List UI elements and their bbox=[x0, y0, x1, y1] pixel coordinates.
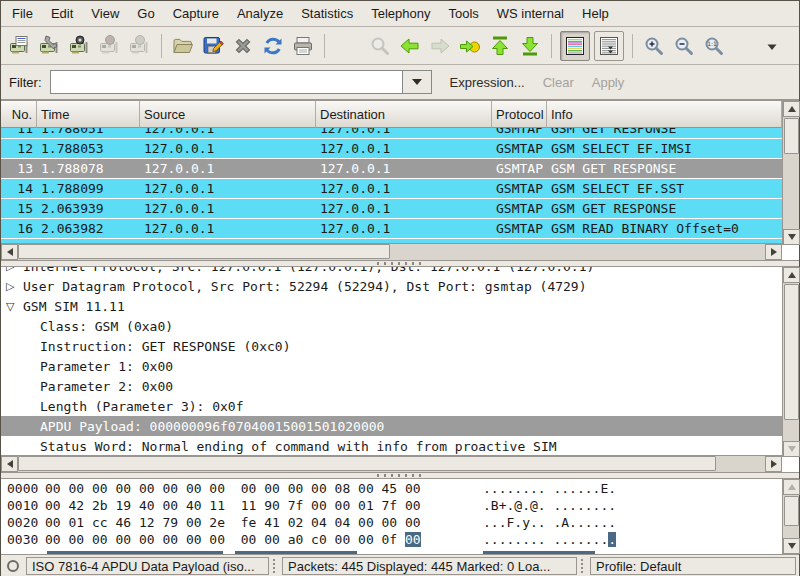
hex-row-0010[interactable]: 001000 42 2b 19 40 00 40 11 11 90 7f 00 … bbox=[1, 498, 782, 515]
ascii-selected-char[interactable]: . bbox=[608, 532, 616, 547]
expander-closed-icon[interactable]: ▷ bbox=[6, 280, 14, 293]
menu-tools[interactable]: Tools bbox=[439, 3, 487, 24]
scroll-up-button[interactable] bbox=[783, 267, 800, 283]
zoom-out-button[interactable] bbox=[669, 31, 699, 61]
scroll-right-button[interactable] bbox=[765, 456, 782, 472]
filter-input[interactable] bbox=[51, 71, 402, 93]
packet-list-horizontal-scrollbar[interactable] bbox=[1, 243, 782, 260]
detail-line[interactable]: Parameter 1: 0x00 bbox=[1, 356, 782, 376]
menu-statistics[interactable]: Statistics bbox=[292, 3, 362, 24]
go-back-button[interactable] bbox=[395, 31, 425, 61]
detail-line[interactable]: Parameter 2: 0x00 bbox=[1, 376, 782, 396]
capture-start-button[interactable] bbox=[65, 31, 95, 61]
find-icon bbox=[368, 34, 392, 58]
detail-line[interactable]: APDU Payload: 000000096f0704001500150102… bbox=[1, 416, 782, 436]
find-button[interactable] bbox=[365, 31, 395, 61]
scroll-down-button[interactable] bbox=[783, 441, 800, 457]
column-header-protocol[interactable]: Protocol bbox=[492, 101, 547, 128]
go-bottom-button[interactable] bbox=[515, 31, 545, 61]
packet-row-15[interactable]: 152.063939127.0.0.1127.0.0.1GSMTAPGSM GE… bbox=[1, 199, 782, 219]
scroll-left-button[interactable] bbox=[1, 244, 18, 260]
menu-view[interactable]: View bbox=[82, 3, 128, 24]
capture-restart-button[interactable] bbox=[125, 31, 155, 61]
hex-ascii[interactable]: .B+.@.@. ........ bbox=[483, 498, 616, 513]
scrollbar-thumb[interactable] bbox=[18, 456, 716, 471]
hex-bytes[interactable]: 00 00 00 00 00 00 00 00 00 00 00 00 08 0… bbox=[45, 481, 421, 496]
reload-button[interactable] bbox=[258, 31, 288, 61]
scrollbar-thumb[interactable] bbox=[784, 284, 799, 420]
detail-line[interactable]: Class: GSM (0xa0) bbox=[1, 316, 782, 336]
scrollbar-thumb[interactable] bbox=[784, 118, 799, 154]
packet-row-16[interactable]: 162.063982127.0.0.1127.0.0.1GSMTAPGSM RE… bbox=[1, 219, 782, 239]
column-header-info[interactable]: Info bbox=[547, 101, 782, 128]
interface-list-button[interactable] bbox=[5, 31, 35, 61]
go-top-button[interactable] bbox=[485, 31, 515, 61]
colorize-button[interactable] bbox=[560, 31, 590, 61]
scroll-up-button[interactable] bbox=[783, 101, 800, 117]
expander-closed-icon[interactable]: ▷ bbox=[6, 267, 14, 273]
hex-bytes[interactable]: 00 00 00 00 00 00 00 00 00 00 a0 c0 00 0… bbox=[45, 532, 421, 547]
capture-options-button[interactable] bbox=[35, 31, 65, 61]
menu-telephony[interactable]: Telephony bbox=[362, 3, 439, 24]
go-forward-button[interactable] bbox=[425, 31, 455, 61]
hex-row-0000[interactable]: 000000 00 00 00 00 00 00 00 00 00 00 00 … bbox=[1, 481, 782, 498]
file-save-button[interactable] bbox=[198, 31, 228, 61]
zoom-in-button[interactable] bbox=[639, 31, 669, 61]
toolbar-overflow-button[interactable] bbox=[757, 31, 787, 61]
column-header-destination[interactable]: Destination bbox=[316, 101, 492, 128]
detail-line[interactable]: Instruction: GET RESPONSE (0xc0) bbox=[1, 336, 782, 356]
menu-file[interactable]: File bbox=[3, 3, 42, 24]
hex-bytes[interactable]: 00 01 cc 46 12 79 00 2e fe 41 02 04 04 0… bbox=[45, 515, 421, 530]
menu-capture[interactable]: Capture bbox=[164, 3, 228, 24]
packet-row-12[interactable]: 121.788053127.0.0.1127.0.0.1GSMTAPGSM SE… bbox=[1, 139, 782, 159]
zoom-100-button[interactable]: 1:1 bbox=[699, 31, 729, 61]
interface-list-icon bbox=[8, 34, 32, 58]
detail-line[interactable]: Status Word: Normal ending of command wi… bbox=[1, 436, 782, 455]
expression-button[interactable]: Expression... bbox=[450, 75, 525, 90]
file-close-button[interactable] bbox=[228, 31, 258, 61]
scroll-left-button[interactable] bbox=[1, 456, 18, 472]
scroll-down-button[interactable] bbox=[783, 538, 800, 554]
column-header-source[interactable]: Source bbox=[140, 101, 316, 128]
scrollbar-thumb[interactable] bbox=[18, 244, 390, 259]
details-horizontal-scrollbar[interactable] bbox=[1, 455, 782, 472]
go-to-packet-button[interactable] bbox=[455, 31, 485, 61]
bytes-vertical-scrollbar[interactable] bbox=[782, 479, 799, 554]
print-button[interactable] bbox=[288, 31, 318, 61]
scroll-down-button[interactable] bbox=[783, 229, 800, 245]
hex-selected-byte[interactable]: 00 bbox=[405, 532, 421, 547]
hex-ascii[interactable]: ...F.y.. .A...... bbox=[483, 515, 616, 530]
apply-button[interactable]: Apply bbox=[592, 75, 625, 90]
hex-ascii[interactable]: ........ ........ bbox=[483, 532, 616, 547]
menu-go[interactable]: Go bbox=[128, 3, 163, 24]
filter-dropdown-button[interactable] bbox=[402, 70, 432, 94]
packet-row-13[interactable]: 131.788078127.0.0.1127.0.0.1GSMTAPGSM GE… bbox=[1, 159, 782, 179]
menu-analyze[interactable]: Analyze bbox=[228, 3, 292, 24]
scrollbar-thumb[interactable] bbox=[784, 496, 799, 526]
detail-line[interactable]: Length (Parameter 3): 0x0f bbox=[1, 396, 782, 416]
hex-row-0020[interactable]: 002000 01 cc 46 12 79 00 2e fe 41 02 04 … bbox=[1, 515, 782, 532]
menu-help[interactable]: Help bbox=[573, 3, 618, 24]
scroll-up-button[interactable] bbox=[783, 479, 800, 495]
column-header-time[interactable]: Time bbox=[37, 101, 140, 128]
file-open-button[interactable] bbox=[168, 31, 198, 61]
hex-bytes[interactable]: 00 42 2b 19 40 00 40 11 11 90 7f 00 00 0… bbox=[45, 498, 421, 513]
scroll-right-button[interactable] bbox=[765, 244, 782, 260]
packet-row-11[interactable]: 111.788051127.0.0.1127.0.0.1GSMTAPGSM GE… bbox=[1, 128, 782, 139]
expert-info-icon[interactable] bbox=[7, 560, 19, 572]
clear-button[interactable]: Clear bbox=[543, 75, 574, 90]
detail-line[interactable]: ▷User Datagram Protocol, Src Port: 52294… bbox=[1, 276, 782, 296]
menu-edit[interactable]: Edit bbox=[42, 3, 82, 24]
packet-row-14[interactable]: 141.788099127.0.0.1127.0.0.1GSMTAPGSM SE… bbox=[1, 179, 782, 199]
menu-ws-internal[interactable]: WS internal bbox=[488, 3, 573, 24]
packet-list-vertical-scrollbar[interactable] bbox=[782, 101, 799, 245]
details-vertical-scrollbar[interactable] bbox=[782, 267, 799, 457]
expander-open-icon[interactable]: ▽ bbox=[6, 300, 14, 313]
capture-stop-button[interactable] bbox=[95, 31, 125, 61]
detail-line[interactable]: ▷Internet Protocol, Src: 127.0.0.1 (127.… bbox=[1, 267, 782, 276]
hex-row-0030[interactable]: 003000 00 00 00 00 00 00 00 00 00 a0 c0 … bbox=[1, 532, 782, 549]
column-header-no[interactable]: No. bbox=[1, 101, 37, 128]
auto-scroll-button[interactable] bbox=[594, 31, 624, 61]
hex-ascii[interactable]: ........ ......E. bbox=[483, 481, 616, 496]
detail-line[interactable]: ▽GSM SIM 11.11 bbox=[1, 296, 782, 316]
